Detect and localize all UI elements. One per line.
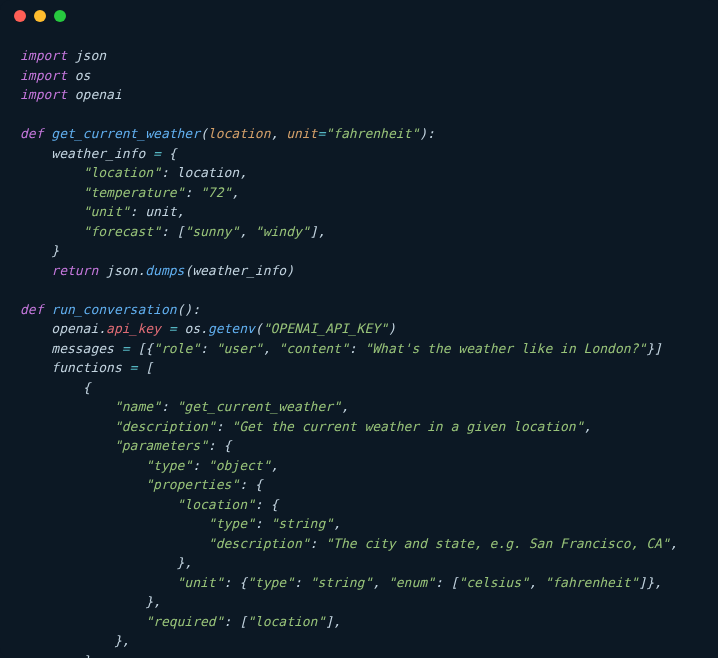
paren: ) [388,321,396,336]
var-weather-info: weather_info [51,146,145,161]
val-fahrenheit: "fahrenheit" [544,575,638,590]
ident-openai: openai [51,321,98,336]
attr-api-key: api_key [106,321,161,336]
colon: : [161,165,177,180]
comma: , [529,575,545,590]
str-fahrenheit: "fahrenheit" [325,126,419,141]
brace: } [83,653,91,659]
key-enum: "enum" [388,575,435,590]
brace: }, [114,633,130,648]
bracket: [ [145,360,153,375]
key-content: "content" [278,341,348,356]
key-name: "name" [114,399,161,414]
colon: : [184,185,200,200]
val-celsius: "celsius" [458,575,528,590]
dot: . [200,321,208,336]
colon: : [130,204,146,219]
code-window: import json import os import openai def … [0,0,718,658]
paren: ) [286,263,294,278]
keyword-def: def [20,302,43,317]
comma: , [333,516,341,531]
colon: : { [239,477,262,492]
var-messages: messages [51,341,114,356]
colon: : [192,458,208,473]
window-titlebar [0,0,718,32]
comma: , [670,536,678,551]
comma: , [239,224,255,239]
call-dumps: dumps [145,263,184,278]
val-location: location [177,165,240,180]
arg-weather-info: weather_info [192,263,286,278]
minimize-icon[interactable] [34,10,46,22]
var-functions: functions [51,360,121,375]
comma: , [177,204,185,219]
val-user: "user" [216,341,263,356]
key-location-prop: "location" [177,497,255,512]
val-required-location: "location" [247,614,325,629]
paren: (): [177,302,200,317]
colon: : [ [161,224,184,239]
eq: = [169,321,177,336]
colon: : [216,419,232,434]
keyword-import: import [20,87,67,102]
comma: , [239,165,247,180]
key-type: "type" [208,516,255,531]
bracket: }] [646,341,662,356]
colon: : [294,575,310,590]
module-os: os [75,68,91,83]
dot: . [98,321,106,336]
bracket: ], [325,614,341,629]
val-object: "object" [208,458,271,473]
colon: : [ [224,614,247,629]
val-unit: unit [145,204,176,219]
colon: : { [255,497,278,512]
keyword-import: import [20,48,67,63]
paren: ( [200,126,208,141]
colon: : [161,399,177,414]
ident-json: json [106,263,137,278]
key-parameters: "parameters" [114,438,208,453]
val-description: "Get the current weather in a given loca… [231,419,583,434]
bracket: [{ [137,341,153,356]
colon: : [ [435,575,458,590]
brace: }, [145,594,161,609]
key-forecast: "forecast" [83,224,161,239]
key-required: "required" [145,614,223,629]
val-temperature: "72" [200,185,231,200]
key-description: "description" [208,536,310,551]
colon: : [310,536,326,551]
val-string: "string" [310,575,373,590]
param-location: location [208,126,271,141]
key-unit-prop: "unit" [177,575,224,590]
eq: = [122,341,130,356]
key-properties: "properties" [145,477,239,492]
module-openai: openai [75,87,122,102]
def-run-conversation: run_conversation [51,302,176,317]
colon: : { [208,438,231,453]
val-sunny: "sunny" [184,224,239,239]
module-json: json [75,48,106,63]
ident-os: os [184,321,200,336]
close-icon[interactable] [14,10,26,22]
comma: , [270,126,286,141]
comma: , [270,458,278,473]
brace: }, [177,555,193,570]
maximize-icon[interactable] [54,10,66,22]
key-location: "location" [83,165,161,180]
comma: , [372,575,388,590]
comma: , [263,341,279,356]
eq: = [130,360,138,375]
val-string: "string" [270,516,333,531]
keyword-import: import [20,68,67,83]
key-unit: "unit" [83,204,130,219]
bracket: ], [310,224,326,239]
keyword-return: return [51,263,98,278]
val-name: "get_current_weather" [177,399,341,414]
bracket: ]}, [638,575,661,590]
key-type: "type" [247,575,294,590]
brace: { [169,146,177,161]
comma: , [584,419,592,434]
paren: ): [419,126,435,141]
paren: ( [255,321,263,336]
key-role: "role" [153,341,200,356]
